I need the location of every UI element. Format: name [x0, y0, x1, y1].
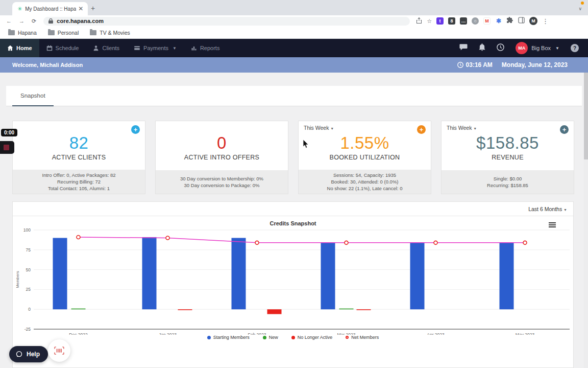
- caret-down-icon: ▼: [330, 127, 334, 130]
- card-footer: Single: $0.00Recurring: $158.85: [442, 170, 574, 194]
- svg-text:50: 50: [26, 267, 31, 272]
- account-menu[interactable]: MA Big Box ▼: [516, 42, 559, 54]
- extension-circle-icon[interactable]: ○: [472, 17, 479, 25]
- bar-starting-members[interactable]: [321, 243, 335, 309]
- net-members-marker[interactable]: [77, 235, 80, 239]
- recorder-timer: 0:00: [1, 129, 17, 136]
- calendar-icon: [46, 45, 53, 51]
- bar-starting-members[interactable]: [410, 243, 425, 309]
- card-active-clients: + 82 ACTIVE CLIENTS Intro Offer: 0, Acti…: [12, 121, 145, 194]
- bar-starting-members[interactable]: [232, 238, 246, 310]
- legend-starting-members[interactable]: Starting Members: [207, 335, 250, 340]
- scrollbar-thumb[interactable]: [584, 73, 588, 159]
- recorder-stop-button[interactable]: [0, 141, 14, 154]
- legend-net-members[interactable]: Net Members: [346, 335, 379, 340]
- legend-ring-icon: [346, 336, 349, 339]
- legend-dot-icon: [207, 336, 211, 339]
- extensions-puzzle-icon[interactable]: [507, 16, 513, 26]
- range-dropdown[interactable]: Last 6 Months ▼: [528, 206, 567, 212]
- clock-icon[interactable]: [497, 43, 504, 53]
- payments-caret-icon: ▼: [173, 46, 177, 51]
- net-members-marker[interactable]: [255, 241, 259, 244]
- gmail-icon[interactable]: M: [483, 17, 491, 25]
- url-text: core.hapana.com: [57, 18, 104, 24]
- folder-icon: [90, 30, 96, 35]
- net-members-marker[interactable]: [166, 236, 169, 240]
- legend-dot-icon: [291, 336, 295, 339]
- net-members-marker[interactable]: [523, 241, 527, 244]
- add-button[interactable]: +: [131, 125, 140, 134]
- bar-no-longer-active[interactable]: [178, 309, 192, 310]
- person-icon: [93, 45, 99, 51]
- folder-icon: [8, 30, 15, 35]
- tabstrip-chevron-icon[interactable]: ∨: [578, 6, 582, 11]
- caret-down-icon: ▼: [564, 208, 567, 212]
- payments-card-icon: [134, 45, 140, 51]
- bar-starting-members[interactable]: [142, 237, 157, 309]
- help-question-icon[interactable]: ?: [571, 44, 579, 52]
- time-clock-icon: [457, 62, 463, 68]
- recording-indicator-dot: [581, 2, 584, 5]
- page-scrollbar[interactable]: [584, 73, 588, 368]
- bookmark-folder-hapana[interactable]: Hapana: [8, 30, 37, 36]
- card-value: 0: [217, 133, 227, 153]
- browser-menu-icon[interactable]: ⋮: [542, 17, 549, 25]
- bookmark-star-icon[interactable]: ☆: [427, 18, 432, 25]
- current-time: 03:16 AM: [457, 61, 493, 68]
- extension-flower-icon[interactable]: ✱: [495, 17, 502, 25]
- period-dropdown[interactable]: This Week ▼: [304, 125, 334, 131]
- legend-no-longer-active[interactable]: No Longer Active: [291, 335, 333, 340]
- net-members-marker[interactable]: [434, 241, 437, 244]
- bar-starting-members[interactable]: [500, 243, 514, 309]
- add-button[interactable]: +: [560, 125, 569, 134]
- forward-icon[interactable]: →: [19, 18, 24, 25]
- nav-item-schedule[interactable]: Schedule: [39, 39, 86, 57]
- net-members-marker[interactable]: [345, 241, 348, 244]
- period-dropdown[interactable]: This Week ▼: [447, 125, 477, 131]
- bar-new[interactable]: [71, 309, 86, 310]
- barcode-icon: [54, 347, 64, 355]
- extension-t-icon[interactable]: t: [436, 17, 444, 25]
- back-icon[interactable]: ←: [6, 18, 12, 25]
- reload-icon[interactable]: ⟳: [32, 18, 36, 25]
- nav-item-clients[interactable]: Clients: [86, 39, 127, 57]
- account-avatar: MA: [516, 42, 528, 54]
- chart-header: Last 6 Months ▼: [13, 202, 573, 216]
- browser-profile-avatar[interactable]: M: [529, 17, 537, 25]
- card-value: 1.55%: [340, 133, 389, 153]
- nav-item-home[interactable]: Home: [0, 39, 39, 57]
- tab-close-icon[interactable]: ✕: [78, 5, 83, 12]
- bookmark-folder-tv-movies[interactable]: TV & Movies: [90, 30, 130, 36]
- share-icon[interactable]: [416, 16, 422, 26]
- credits-chart: -250255075100MembersDec 2022Jan 2023Feb …: [13, 216, 574, 335]
- bar-new[interactable]: [339, 309, 354, 310]
- messages-icon[interactable]: [459, 43, 468, 53]
- side-panel-icon[interactable]: [518, 16, 525, 26]
- current-date: Monday, June 12, 2023: [502, 61, 568, 68]
- address-bar[interactable]: core.hapana.com: [43, 17, 410, 26]
- tab-snapshot[interactable]: Snapshot: [12, 86, 54, 106]
- welcome-message: Welcome, Michali Addison: [12, 62, 83, 68]
- extension-8-icon[interactable]: 8: [448, 17, 455, 25]
- bar-starting-members[interactable]: [53, 238, 67, 310]
- bar-no-longer-active[interactable]: [267, 309, 282, 314]
- browser-tab[interactable]: ✳ My Dashboard :: Hapana | Tak ✕: [12, 2, 88, 15]
- extension-dots-icon[interactable]: …: [460, 17, 467, 25]
- add-button[interactable]: +: [417, 125, 426, 134]
- nav-item-reports[interactable]: Reports: [184, 39, 227, 57]
- app-navbar: Home Schedule Clients Payments ▼ Reports…: [0, 39, 588, 57]
- legend-new[interactable]: New: [263, 335, 278, 340]
- card-footer: Sessions: 54, Capacity: 1935Booked: 30, …: [299, 170, 431, 194]
- reports-chart-icon: [191, 45, 197, 51]
- svg-text:75: 75: [26, 247, 31, 252]
- card-label: ACTIVE INTRO OFFERS: [184, 154, 259, 161]
- notifications-bell-icon[interactable]: [479, 43, 485, 53]
- folder-icon: [48, 30, 55, 35]
- home-icon: [7, 45, 13, 51]
- bookmark-folder-personal[interactable]: Personal: [48, 30, 79, 36]
- help-button[interactable]: Help: [9, 346, 48, 362]
- nav-item-payments[interactable]: Payments ▼: [127, 39, 184, 57]
- barcode-scan-button[interactable]: [48, 339, 70, 362]
- bar-no-longer-active[interactable]: [357, 309, 371, 310]
- new-tab-button[interactable]: +: [91, 4, 95, 12]
